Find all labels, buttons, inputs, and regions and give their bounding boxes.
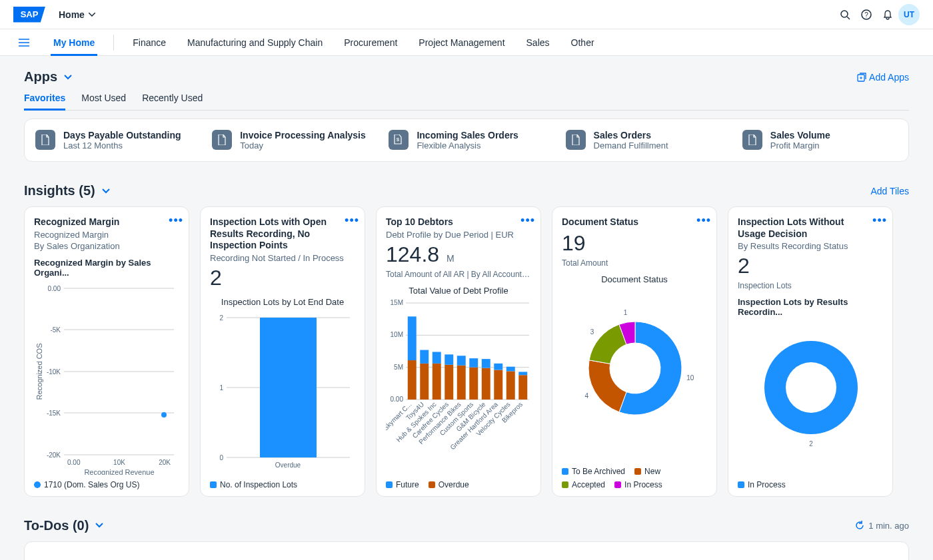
todos-title: To-Dos (0) (24, 518, 89, 533)
apps-title: Apps (24, 69, 57, 85)
svg-rect-58 (469, 367, 478, 399)
card-inspection-lots-no-usage[interactable]: ••• Inspection Lots Without Usage Decisi… (728, 206, 893, 497)
document-icon (35, 130, 55, 150)
app-item-sales-volume[interactable]: Sales VolumeProfit Margin (742, 130, 898, 150)
nav-my-home[interactable]: My Home (51, 29, 97, 56)
svg-rect-56 (457, 356, 466, 366)
svg-text:Overdue: Overdue (275, 461, 301, 469)
card-inspection-lots-open[interactable]: ••• Inspection Lots with Open Results Re… (200, 206, 365, 497)
chart-title: Inspection Lots by Lot End Date (210, 297, 355, 307)
tab-most-used[interactable]: Most Used (81, 93, 126, 110)
nav-manufacturing[interactable]: Manufacturing and Supply Chain (185, 29, 325, 56)
legend-item: Accepted (562, 480, 605, 489)
todos-collapse-icon[interactable] (95, 523, 103, 528)
card-document-status[interactable]: ••• Document Status 19 Total Amount Docu… (552, 206, 717, 497)
app-title-dropdown[interactable]: Home (59, 9, 95, 20)
chart-title: Total Value of Debt Profile (386, 286, 531, 296)
donut-chart: 10431 (562, 288, 708, 455)
svg-text:-15K: -15K (47, 410, 61, 417)
svg-text:0.00: 0.00 (391, 396, 404, 403)
card-top-debtors[interactable]: ••• Top 10 Debtors Debt Profile by Due P… (376, 206, 541, 497)
stacked-bar-chart: 0.005M10M15MSkymart C...Toys4UHub & Spok… (386, 300, 532, 453)
svg-rect-46 (420, 363, 429, 399)
card-menu-icon[interactable]: ••• (169, 214, 183, 228)
svg-point-26 (161, 412, 167, 418)
svg-text:1: 1 (219, 384, 223, 392)
card-menu-icon[interactable]: ••• (872, 214, 887, 228)
legend-item: 1710 (Dom. Sales Org US) (34, 480, 139, 489)
svg-text:20K: 20K (159, 459, 171, 466)
app-item-incoming-sales[interactable]: $ Incoming Sales OrdersFlexible Analysis (389, 130, 544, 150)
app-item-days-payable[interactable]: Days Payable OutstandingLast 12 Months (35, 130, 191, 150)
todos-updated: 1 min. ago (868, 521, 909, 531)
search-icon[interactable] (834, 4, 856, 25)
svg-rect-43 (408, 360, 417, 400)
add-tiles-link[interactable]: Add Tiles (870, 186, 909, 196)
card-menu-icon[interactable]: ••• (520, 214, 535, 228)
svg-rect-47 (420, 350, 429, 363)
svg-line-1 (847, 17, 850, 19)
add-apps-link[interactable]: Add Apps (857, 72, 909, 83)
apps-row: Days Payable OutstandingLast 12 Months I… (24, 119, 909, 162)
insights-collapse-icon[interactable] (102, 188, 110, 194)
tab-recently-used[interactable]: Recently Used (142, 93, 203, 110)
svg-text:-10K: -10K (47, 368, 61, 376)
user-avatar[interactable]: UT (898, 4, 920, 25)
nav-divider (113, 35, 114, 51)
svg-text:10M: 10M (391, 331, 403, 338)
svg-text:$: $ (397, 137, 400, 142)
svg-text:0: 0 (219, 454, 223, 461)
svg-rect-71 (518, 372, 527, 375)
svg-rect-33 (260, 318, 317, 457)
hamburger-icon[interactable] (13, 32, 35, 53)
legend-item: No. of Inspection Lots (210, 480, 297, 489)
svg-text:-5K: -5K (50, 326, 61, 334)
app-item-sales-orders[interactable]: Sales OrdersDemand Fulfillment (566, 130, 721, 150)
help-icon[interactable]: ? (856, 4, 877, 25)
svg-rect-65 (494, 363, 502, 370)
scatter-chart: 0.00 -5K -10K -15K -20K 0.00 10K 20K Rec… (34, 282, 181, 475)
card-menu-icon[interactable]: ••• (696, 214, 711, 228)
svg-rect-53 (445, 354, 453, 364)
svg-rect-67 (506, 371, 515, 400)
svg-point-0 (841, 11, 848, 17)
insights-title: Insights (5) (24, 183, 95, 198)
legend-item: Future (386, 480, 419, 489)
chart-title: Document Status (562, 274, 707, 284)
svg-text:Recognized COS: Recognized COS (35, 343, 43, 400)
svg-text:10: 10 (686, 374, 694, 381)
svg-rect-70 (518, 375, 527, 400)
notifications-icon[interactable] (877, 4, 898, 25)
chart-title: Inspection Lots by Results Recordin... (738, 297, 883, 317)
bar-chart: 2 1 0 Overdue (210, 311, 357, 471)
todos-panel (24, 541, 909, 561)
legend-item: To Be Archived (562, 467, 625, 476)
card-recognized-margin[interactable]: ••• Recognized Margin Recognized Margin … (24, 206, 189, 497)
svg-rect-61 (482, 368, 490, 399)
svg-text:2: 2 (219, 314, 223, 322)
chevron-down-icon (89, 13, 95, 17)
legend-item: In Process (614, 480, 662, 489)
tab-favorites[interactable]: Favorites (24, 93, 65, 110)
svg-text:10K: 10K (113, 459, 125, 466)
nav-finance[interactable]: Finance (130, 29, 169, 56)
svg-rect-52 (445, 364, 453, 399)
nav-procurement[interactable]: Procurement (341, 29, 400, 56)
svg-text:1: 1 (624, 309, 628, 316)
svg-text:0.00: 0.00 (67, 459, 81, 466)
app-item-invoice[interactable]: Invoice Processing AnalysisToday (212, 130, 367, 150)
app-title-text: Home (59, 9, 85, 20)
svg-rect-44 (408, 316, 417, 360)
document-icon (566, 130, 586, 150)
apps-collapse-icon[interactable] (64, 75, 72, 80)
nav-sales[interactable]: Sales (524, 29, 552, 56)
legend-item: Overdue (429, 480, 469, 489)
nav-project-management[interactable]: Project Management (416, 29, 507, 56)
nav-other[interactable]: Other (568, 29, 597, 56)
sap-logo: SAP (13, 7, 45, 23)
document-icon (742, 130, 762, 150)
card-menu-icon[interactable]: ••• (345, 214, 359, 228)
svg-text:2: 2 (809, 440, 813, 447)
svg-text:0.00: 0.00 (48, 285, 61, 292)
refresh-icon[interactable] (855, 521, 864, 530)
